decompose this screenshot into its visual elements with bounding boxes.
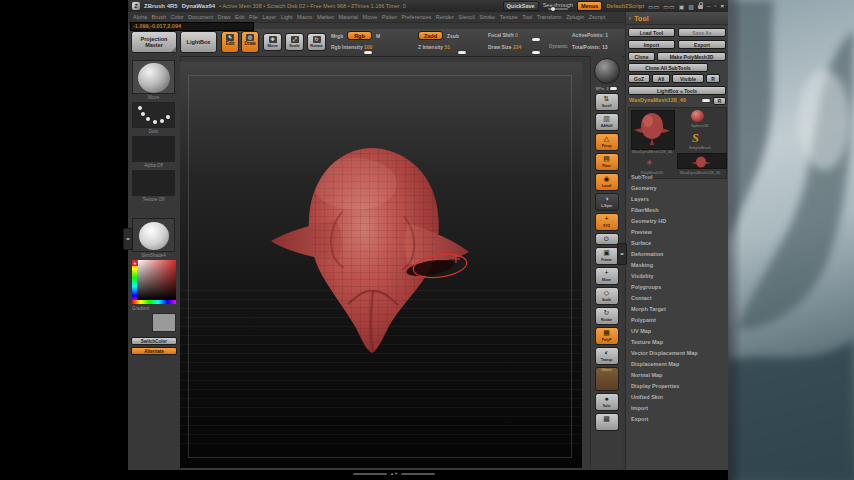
bottom-tray-handle[interactable]: ▲▼	[353, 471, 435, 477]
z-intensity-handle[interactable]	[458, 51, 466, 54]
color-picker[interactable]: +	[132, 260, 176, 304]
right-tray-divider[interactable]: ◂▸	[617, 243, 627, 265]
tool-restore-button[interactable]: R	[713, 97, 726, 105]
focal-shift-handle[interactable]	[532, 38, 540, 41]
see-through-track[interactable]	[548, 8, 568, 10]
menus-button[interactable]: Menus	[577, 1, 602, 11]
projection-master-button[interactable]: Projection Master	[131, 31, 177, 53]
export-button[interactable]: Export	[678, 40, 726, 49]
move-button[interactable]: + Move	[595, 267, 619, 285]
menu-item[interactable]: Movie	[363, 14, 378, 20]
menu-item[interactable]: Marker	[317, 14, 334, 20]
menu-item[interactable]: Tool	[522, 14, 532, 20]
floor-button[interactable]: ▤ Floor	[595, 153, 619, 171]
section-header[interactable]: Polypaint	[626, 315, 729, 326]
section-header[interactable]: Import	[626, 403, 729, 414]
section-header[interactable]: Export	[626, 414, 729, 425]
m-toggle[interactable]: M	[376, 33, 380, 39]
bottom-tray-bar-right[interactable]	[401, 473, 435, 475]
dynamic-toggle[interactable]: Dynamic	[549, 44, 568, 49]
local-button[interactable]: ◉ Local	[595, 173, 619, 191]
save-as-button[interactable]: Save As	[678, 28, 726, 37]
spix-handle[interactable]	[610, 87, 617, 90]
alternate-button[interactable]: Alternate	[131, 347, 177, 355]
section-header[interactable]: Contact	[626, 293, 729, 304]
focal-shift-slider[interactable]: Focal Shift 0	[488, 32, 518, 38]
section-header[interactable]: Geometry HD	[626, 216, 729, 227]
menu-item[interactable]: File	[249, 14, 258, 20]
menu-item[interactable]: Render	[436, 14, 454, 20]
rotate-mode-button[interactable]: ↻ Rotate	[307, 33, 326, 51]
xyz-button[interactable]: + XYZ	[595, 213, 619, 231]
close-icon[interactable]: ×	[720, 3, 724, 9]
section-header[interactable]: Unified Skin	[626, 392, 729, 403]
screens-icon[interactable]: ▭▭	[648, 3, 659, 10]
make-polymesh3d-button[interactable]: Make PolyMesh3D	[657, 52, 726, 61]
current-stroke-thumbnail[interactable]	[132, 102, 175, 128]
edit-button[interactable]: ✎ Edit	[221, 31, 239, 53]
goz-all-button[interactable]: All	[652, 74, 670, 83]
simplebrush-thumbnail[interactable]: S	[692, 132, 699, 144]
section-header[interactable]: Masking	[626, 260, 729, 271]
maximize-icon[interactable]: ▫	[714, 3, 716, 9]
draw-button[interactable]: ◎ Draw	[241, 31, 259, 53]
rgb-intensity-handle[interactable]	[364, 51, 372, 54]
grid-button[interactable]: ▩	[595, 413, 619, 431]
screens2-icon[interactable]: ▭▭	[663, 3, 674, 10]
sphere3d-thumbnail[interactable]	[691, 110, 704, 122]
section-header[interactable]: Texture Map	[626, 337, 729, 348]
transparency-button[interactable]: ◐ Transp	[595, 347, 619, 365]
scale-mode-button[interactable]: ⤢ Scale	[285, 33, 304, 51]
menu-item[interactable]: Alpha	[133, 14, 147, 20]
section-header[interactable]: Preview	[626, 227, 729, 238]
lightbox-tools-button[interactable]: LightBox » Tools	[628, 86, 726, 95]
current-material-thumbnail[interactable]	[132, 218, 175, 252]
left-tray-divider[interactable]: ◂▸	[123, 228, 133, 250]
zadd-toggle[interactable]: Zadd	[418, 31, 443, 40]
section-header[interactable]: Normal Map	[626, 370, 729, 381]
section-header[interactable]: Polygroups	[626, 282, 729, 293]
current-tool-thumbnail[interactable]	[631, 110, 675, 150]
ghost-button[interactable]: Ghost	[595, 367, 619, 391]
secondary-color-swatch[interactable]	[152, 313, 176, 332]
menu-item[interactable]: Zplugin	[566, 14, 584, 20]
menu-item[interactable]: Edit	[235, 14, 244, 20]
section-header[interactable]: FiberMesh	[626, 205, 729, 216]
polyframe-button[interactable]: ▦ PolyF	[595, 327, 619, 345]
section-header[interactable]: Surface	[626, 238, 729, 249]
menu-item[interactable]: Zscript	[589, 14, 606, 20]
current-alpha-thumbnail[interactable]	[132, 136, 175, 162]
saturation-value-square[interactable]	[137, 260, 176, 300]
menu-item[interactable]: Stroke	[479, 14, 495, 20]
section-header[interactable]: Vector Displacement Map	[626, 348, 729, 359]
gradient-label[interactable]: Gradient	[132, 306, 179, 311]
move-mode-button[interactable]: ✥ Move	[263, 33, 282, 51]
section-header[interactable]: Displacement Map	[626, 359, 729, 370]
section-header[interactable]: Display Properties	[626, 381, 729, 392]
goz-r-button[interactable]: R	[706, 74, 720, 83]
load-tool-button[interactable]: Load Tool	[628, 28, 675, 37]
clone-button[interactable]: Clone	[628, 52, 655, 61]
zsub-toggle[interactable]: Zsub	[447, 33, 459, 39]
collapse-icon[interactable]: ‹	[629, 15, 631, 22]
menu-item[interactable]: Texture	[500, 14, 518, 20]
quicksave-button[interactable]: QuickSave	[503, 1, 539, 11]
see-through-slider[interactable]: See-through	[543, 3, 573, 10]
menu-item[interactable]: Preferences	[402, 14, 432, 20]
section-header[interactable]: Geometry	[626, 183, 729, 194]
persp-button[interactable]: △ Persp	[595, 133, 619, 151]
section-header[interactable]: Visibility	[626, 271, 729, 282]
menu-item[interactable]: Transform	[537, 14, 562, 20]
menu-item[interactable]: Macro	[297, 14, 312, 20]
rgb-toggle[interactable]: Rgb	[347, 31, 372, 40]
scale-button[interactable]: ◇ Scale	[595, 287, 619, 305]
menu-item[interactable]: Document	[188, 14, 213, 20]
mrgb-toggle[interactable]: Mrgb	[331, 33, 343, 39]
goz-visible-button[interactable]: Visible	[672, 74, 704, 83]
menu-item[interactable]: Brush	[152, 14, 166, 20]
palette-icon[interactable]: ▣	[679, 3, 685, 10]
tray-arrows-icon[interactable]: ▲▼	[390, 471, 398, 477]
polymesh3d-thumbnail[interactable]: ✶	[645, 158, 653, 168]
z-intensity-slider[interactable]: Z Intensity 51	[418, 44, 450, 50]
section-header[interactable]: UV Map	[626, 326, 729, 337]
